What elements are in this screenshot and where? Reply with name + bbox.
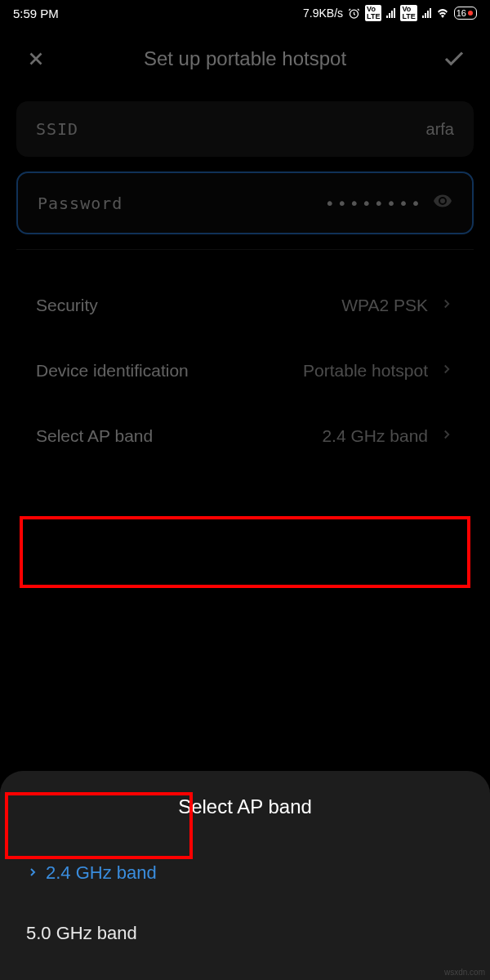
security-label: Security: [36, 296, 98, 315]
status-bar: 5:59 PM 7.9KB/s VoLTE VoLTE 16: [0, 0, 490, 26]
ssid-field[interactable]: SSID arfa: [16, 101, 474, 157]
wifi-icon: [436, 7, 449, 20]
highlight-box-ap-band: [20, 516, 470, 588]
battery-indicator: 16: [454, 7, 477, 20]
volte-badge-1: VoLTE: [365, 5, 381, 21]
option-label: 2.4 GHz band: [46, 862, 157, 884]
chevron-right-icon: [439, 296, 454, 315]
page-title: Set up portable hotspot: [65, 47, 425, 70]
select-ap-band-row[interactable]: Select AP band 2.4 GHz band: [16, 403, 474, 469]
device-identification-row[interactable]: Device identification Portable hotspot: [16, 338, 474, 403]
status-right: 7.9KB/s VoLTE VoLTE 16: [303, 5, 477, 21]
device-id-label: Device identification: [36, 361, 189, 381]
password-field[interactable]: Password ••••••••: [16, 172, 474, 234]
option-label: 5.0 GHz band: [26, 923, 137, 944]
volte-badge-2: VoLTE: [400, 5, 416, 21]
divider: [16, 249, 474, 250]
close-button[interactable]: [20, 42, 52, 75]
ssid-value: arfa: [426, 120, 454, 139]
chevron-right-icon: [439, 426, 454, 446]
eye-icon[interactable]: [433, 191, 452, 215]
chevron-right-icon: [26, 862, 39, 884]
status-time: 5:59 PM: [13, 7, 303, 20]
header: Set up portable hotspot: [0, 26, 490, 91]
device-id-value: Portable hotspot: [303, 361, 428, 381]
password-label: Password: [38, 194, 122, 213]
data-rate: 7.9KB/s: [303, 7, 343, 20]
option-5-ghz[interactable]: 5.0 GHz band: [16, 903, 474, 964]
security-value: WPA2 PSK: [341, 296, 428, 315]
password-value: ••••••••: [325, 194, 423, 213]
ap-band-value: 2.4 GHz band: [322, 426, 428, 446]
signal-icon-2: [422, 8, 431, 18]
confirm-button[interactable]: [438, 42, 470, 75]
ssid-label: SSID: [36, 119, 78, 139]
ap-band-label: Select AP band: [36, 426, 153, 446]
highlight-box-option: [5, 792, 193, 859]
signal-icon-1: [386, 8, 395, 18]
watermark: wsxdn.com: [444, 968, 485, 977]
chevron-right-icon: [439, 361, 454, 381]
security-row[interactable]: Security WPA2 PSK: [16, 273, 474, 338]
alarm-icon: [348, 7, 360, 20]
content: SSID arfa Password •••••••• Security WPA…: [0, 91, 490, 479]
